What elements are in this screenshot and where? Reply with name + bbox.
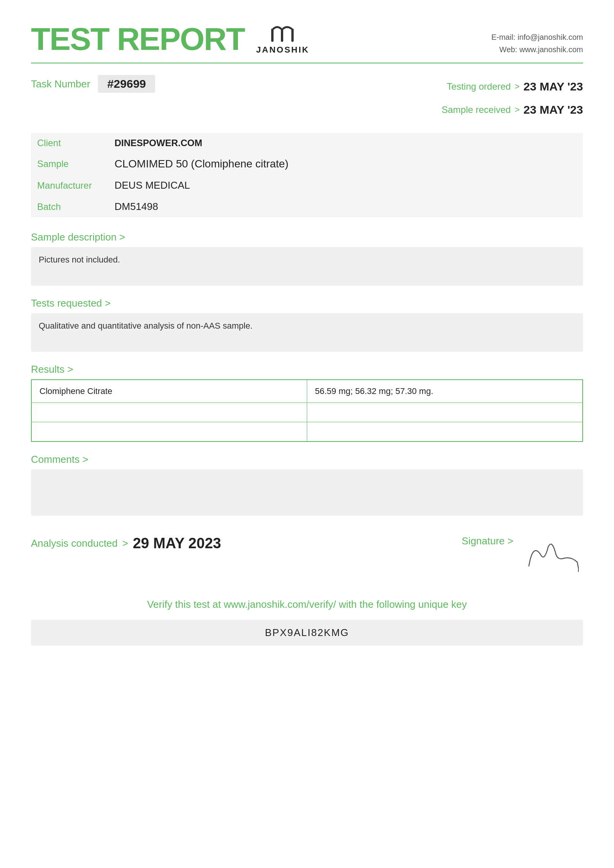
verify-text: Verify this test at www.janoshik.com/ver… <box>31 597 583 612</box>
result-name-2 <box>31 403 307 422</box>
header-divider <box>31 63 583 63</box>
batch-label: Batch <box>31 196 108 217</box>
unique-key: BPX9ALI82KMG <box>265 627 349 638</box>
batch-value: DM51498 <box>108 196 583 217</box>
task-number: #29699 <box>98 75 155 93</box>
contact-web: Web: www.janoshik.com <box>491 43 583 56</box>
comments-box <box>31 469 583 516</box>
logo-area: JANOSHIK <box>256 26 310 55</box>
logo-text: JANOSHIK <box>256 45 310 55</box>
logo-icon <box>269 26 296 45</box>
results-table: Clomiphene Citrate 56.59 mg; 56.32 mg; 5… <box>31 379 583 442</box>
analysis-arrow: > <box>122 537 128 549</box>
testing-ordered-arrow: > <box>515 78 520 95</box>
unique-key-box: BPX9ALI82KMG <box>31 620 583 646</box>
result-value-1: 56.59 mg; 56.32 mg; 57.30 mg. <box>307 380 583 403</box>
result-value-2 <box>307 403 583 422</box>
info-row-manufacturer: Manufacturer DEUS MEDICAL <box>31 175 583 196</box>
result-name-1: Clomiphene Citrate <box>31 380 307 403</box>
header-left: TEST REPORT JANOSHIK <box>31 23 310 55</box>
task-label: Task Number <box>31 78 90 90</box>
sample-received-label: Sample received <box>441 101 511 119</box>
signature-label: Signature > <box>462 535 513 547</box>
testing-ordered-date: 23 MAY '23 <box>523 75 583 98</box>
info-table: Client DINESPOWER.COM Sample CLOMIMED 50… <box>31 133 583 217</box>
task-left: Task Number #29699 <box>31 75 155 93</box>
client-label: Client <box>31 133 108 153</box>
results-header: Results > <box>31 363 583 375</box>
analysis-right: Signature > <box>462 535 583 574</box>
result-row-2 <box>31 403 583 422</box>
tests-requested-header: Tests requested > <box>31 297 583 309</box>
result-row-1: Clomiphene Citrate 56.59 mg; 56.32 mg; 5… <box>31 380 583 403</box>
analysis-label: Analysis conducted <box>31 537 118 549</box>
report-title: TEST REPORT <box>31 23 245 55</box>
info-row-client: Client DINESPOWER.COM <box>31 133 583 153</box>
analysis-date: 29 MAY 2023 <box>133 535 221 552</box>
result-name-3 <box>31 422 307 442</box>
svg-rect-0 <box>271 29 274 42</box>
sample-description-content: Pictures not included. <box>39 255 120 264</box>
sample-received-arrow: > <box>515 101 520 118</box>
testing-ordered-label: Testing ordered <box>447 77 511 96</box>
task-row: Task Number #29699 Testing ordered > 23 … <box>31 75 583 121</box>
result-value-3 <box>307 422 583 442</box>
client-value: DINESPOWER.COM <box>108 133 583 153</box>
contact-email: E-mail: info@janoshik.com <box>491 31 583 43</box>
sample-received-line: Sample received > 23 MAY '23 <box>441 98 583 121</box>
page-header: TEST REPORT JANOSHIK E-mail: info@janosh… <box>31 23 583 56</box>
manufacturer-label: Manufacturer <box>31 175 108 196</box>
result-row-3 <box>31 422 583 442</box>
header-contact: E-mail: info@janoshik.com Web: www.janos… <box>491 31 583 56</box>
signature-image <box>521 535 583 574</box>
tests-requested-content: Qualitative and quantitative analysis of… <box>39 321 253 331</box>
sample-value: CLOMIMED 50 (Clomiphene citrate) <box>108 153 583 175</box>
sample-label: Sample <box>31 153 108 175</box>
manufacturer-value: DEUS MEDICAL <box>108 175 583 196</box>
testing-ordered-line: Testing ordered > 23 MAY '23 <box>441 75 583 98</box>
svg-rect-2 <box>291 29 294 42</box>
info-row-batch: Batch DM51498 <box>31 196 583 217</box>
tests-requested-box: Qualitative and quantitative analysis of… <box>31 313 583 352</box>
analysis-left: Analysis conducted > 29 MAY 2023 <box>31 535 221 552</box>
info-row-sample: Sample CLOMIMED 50 (Clomiphene citrate) <box>31 153 583 175</box>
sample-received-date: 23 MAY '23 <box>523 98 583 121</box>
task-right: Testing ordered > 23 MAY '23 Sample rece… <box>441 75 583 121</box>
comments-header: Comments > <box>31 454 583 466</box>
sample-description-header: Sample description > <box>31 231 583 243</box>
sample-description-box: Pictures not included. <box>31 247 583 286</box>
svg-rect-1 <box>281 29 283 42</box>
analysis-row: Analysis conducted > 29 MAY 2023 Signatu… <box>31 535 583 574</box>
